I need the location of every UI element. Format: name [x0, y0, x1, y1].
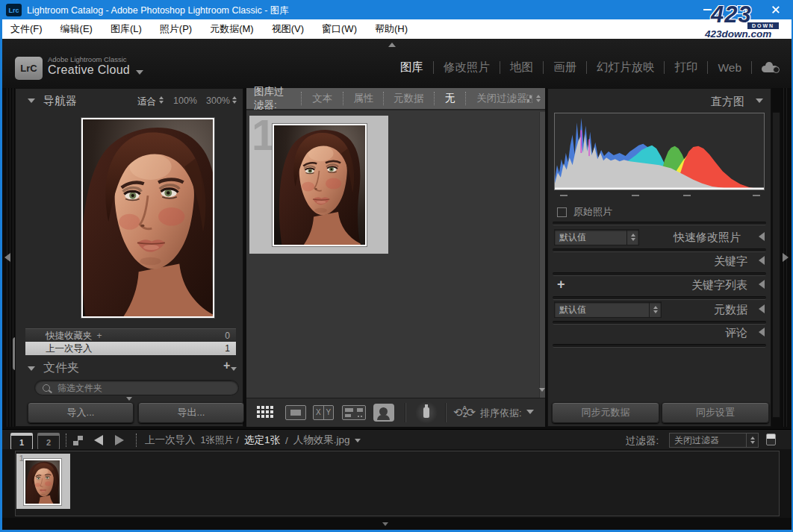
grid-cell-selected[interactable]: 1: [249, 116, 388, 254]
compare-view-icon[interactable]: X Y: [313, 405, 334, 420]
module-tab-book[interactable]: 画册: [553, 60, 576, 75]
filmstrip-filter-dropdown[interactable]: 关闭过滤器: [669, 433, 759, 448]
menu-file[interactable]: 文件(F): [1, 19, 52, 39]
module-tab-print[interactable]: 打印: [674, 60, 697, 75]
metadata-expand-arrow[interactable]: [759, 304, 765, 313]
keywording-title[interactable]: 关键字: [714, 254, 747, 269]
people-view-icon[interactable]: [373, 404, 394, 422]
filter-metadata[interactable]: 元数据: [394, 92, 424, 105]
filmstrip-source-dropdown-arrow[interactable]: [355, 439, 361, 442]
sort-direction-icon[interactable]: ⟲ A Z ⟳: [453, 404, 476, 421]
next-photo-arrow[interactable]: [115, 435, 124, 445]
original-photo-checkbox[interactable]: [557, 207, 567, 217]
expand-right-panel-arrow[interactable]: [783, 253, 789, 262]
folder-search-box[interactable]: [34, 380, 239, 395]
module-tab-library[interactable]: 图库: [400, 60, 423, 75]
navigator-collapse-arrow[interactable]: [28, 98, 35, 103]
last-import-row[interactable]: 上一次导入 1: [25, 342, 236, 355]
blacks-handle[interactable]: [560, 195, 567, 196]
add-folder-menu-arrow: [231, 367, 237, 371]
loupe-view-icon[interactable]: [285, 405, 306, 420]
filter-text[interactable]: 文本: [312, 92, 332, 105]
filmstrip-photo-frame[interactable]: [24, 459, 61, 505]
filter-preset-spinner[interactable]: [536, 95, 541, 102]
keyword-list-expand-arrow[interactable]: [759, 280, 765, 289]
minimize-button[interactable]: [690, 0, 724, 19]
grid-scrollbar-down-arrow[interactable]: [539, 388, 545, 392]
original-photo-row[interactable]: 原始照片: [557, 205, 612, 219]
filmstrip-separator: [136, 434, 137, 447]
close-button[interactable]: [759, 0, 793, 19]
add-folder-button[interactable]: +: [223, 360, 237, 371]
main-window-label: 1: [19, 438, 24, 447]
module-tab-develop[interactable]: 修改照片: [444, 60, 490, 75]
comments-title[interactable]: 评论: [725, 326, 747, 340]
grid-back-icon[interactable]: [73, 436, 83, 445]
module-tab-map[interactable]: 地图: [510, 60, 533, 75]
cloud-sync-error-icon[interactable]: [762, 62, 780, 73]
menu-metadata[interactable]: 元数据(M): [201, 19, 263, 39]
menu-window[interactable]: 窗口(W): [313, 19, 366, 39]
quick-develop-preset-dropdown[interactable]: 默认值: [554, 229, 639, 245]
menu-view[interactable]: 视图(V): [263, 19, 313, 39]
navigator-zoom-spinner[interactable]: [232, 96, 237, 104]
folder-search-input[interactable]: [56, 382, 208, 394]
survey-view-icon[interactable]: [342, 405, 366, 420]
whites-handle[interactable]: [753, 195, 760, 196]
filter-none[interactable]: 无: [445, 92, 455, 105]
shadows-handle[interactable]: [632, 195, 639, 196]
quick-collection-row[interactable]: 快捷收藏夹 + 0: [25, 328, 236, 342]
quick-develop-title[interactable]: 快速修改照片: [674, 231, 741, 245]
navigator-preview[interactable]: [81, 118, 214, 318]
sync-metadata-button[interactable]: 同步元数据: [552, 402, 659, 423]
histogram-collapse-arrow[interactable]: [756, 98, 763, 103]
metadata-preset-dropdown[interactable]: 默认值: [554, 301, 662, 318]
collapse-bottom-panel-arrow[interactable]: [382, 522, 388, 526]
folders-collapse-arrow[interactable]: [28, 366, 35, 371]
collapse-left-panel-arrow[interactable]: [4, 253, 10, 262]
navigator-zoom-fit[interactable]: 适合: [137, 96, 156, 108]
navigator-zoom-100[interactable]: 100%: [173, 96, 197, 106]
filmstrip-filter-toggle[interactable]: [766, 434, 776, 445]
menu-edit[interactable]: 编辑(E): [52, 19, 102, 39]
collapse-top-panel-arrow[interactable]: [388, 43, 396, 47]
filmstrip-cell-selected[interactable]: 1: [16, 454, 70, 509]
metadata-title[interactable]: 元数据: [714, 303, 747, 317]
second-window-button[interactable]: 2: [37, 433, 60, 450]
module-tab-slideshow[interactable]: 幻灯片放映: [597, 60, 655, 75]
filmstrip-breadcrumb[interactable]: 上一次导入 1张照片 / 选定1张 / 人物效果.jpg: [145, 434, 361, 447]
menu-library[interactable]: 图库(L): [102, 19, 151, 39]
main-window-button[interactable]: 1: [10, 433, 33, 450]
quick-develop-expand-arrow[interactable]: [759, 232, 765, 241]
menu-help[interactable]: 帮助(H): [366, 19, 417, 39]
sync-settings-button[interactable]: 同步设置: [662, 402, 769, 423]
filter-preset[interactable]: 关闭过滤器: [476, 92, 527, 105]
filter-attribute[interactable]: 属性: [353, 92, 373, 105]
keywording-expand-arrow[interactable]: [759, 256, 765, 265]
grid-scrollbar-track[interactable]: [539, 112, 545, 398]
grid-view-icon[interactable]: [257, 406, 273, 418]
previous-photo-arrow[interactable]: [94, 435, 103, 445]
comments-expand-arrow[interactable]: [759, 328, 765, 337]
grid-cell-photo-frame[interactable]: [273, 124, 367, 246]
module-tab-web[interactable]: Web: [718, 61, 741, 75]
maximize-button[interactable]: [724, 0, 759, 19]
keyword-list-add[interactable]: +: [557, 277, 565, 292]
highlights-handle[interactable]: [683, 195, 691, 196]
navigator-title: 导航器: [43, 94, 77, 108]
menu-photo[interactable]: 照片(P): [151, 19, 201, 39]
sort-by-label[interactable]: 排序依据:: [480, 407, 522, 420]
left-panel-splitter-arrow[interactable]: [126, 397, 132, 401]
painter-tool-icon[interactable]: [415, 401, 438, 424]
right-panel-scrollbar-track[interactable]: [772, 112, 780, 418]
export-button[interactable]: 导出...: [138, 402, 244, 423]
import-button[interactable]: 导入...: [28, 402, 134, 423]
navigator-fit-spinner[interactable]: [159, 96, 164, 104]
histogram-box[interactable]: [554, 113, 765, 190]
identity-dropdown-arrow[interactable]: [136, 70, 143, 75]
navigator-zoom-300[interactable]: 300%: [206, 96, 230, 106]
quick-collection-add[interactable]: +: [97, 331, 102, 341]
keyword-list-title[interactable]: 关键字列表: [691, 278, 747, 292]
thumbnail-grid-icon[interactable]: [527, 96, 532, 102]
sort-by-dropdown-arrow[interactable]: [526, 410, 534, 414]
